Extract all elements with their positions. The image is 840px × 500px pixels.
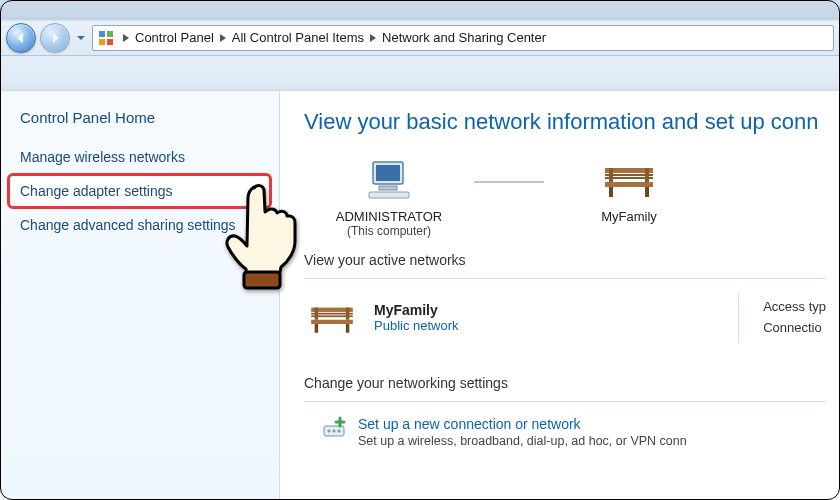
- divider: [304, 401, 826, 402]
- active-network-row: MyFamily Public network Access typ Conne…: [304, 293, 826, 343]
- node-sublabel: (This computer): [304, 224, 474, 238]
- svg-rect-13: [645, 187, 649, 197]
- history-dropdown[interactable]: [74, 23, 88, 53]
- svg-rect-3: [107, 39, 113, 45]
- window-titlebar: [0, 0, 840, 20]
- svg-rect-7: [369, 192, 409, 198]
- active-networks-heading: View your active networks: [304, 252, 826, 268]
- new-connection-icon: [322, 416, 348, 442]
- svg-rect-21: [346, 324, 349, 333]
- chevron-down-icon: [77, 34, 85, 42]
- svg-rect-23: [346, 307, 349, 319]
- breadcrumb-arrow[interactable]: [368, 34, 378, 42]
- bench-icon: [544, 153, 714, 207]
- arrow-left-icon: [14, 31, 28, 45]
- node-label: MyFamily: [544, 209, 714, 224]
- address-bar[interactable]: Control Panel All Control Panel Items Ne…: [92, 25, 834, 51]
- computer-icon: [304, 153, 474, 207]
- active-network-name: MyFamily: [374, 302, 459, 318]
- breadcrumb-arrow[interactable]: [218, 34, 228, 42]
- network-connector-line: [474, 181, 544, 183]
- content-area: Control Panel Home Manage wireless netwo…: [0, 90, 840, 500]
- svg-point-26: [333, 429, 336, 432]
- active-network-details: Access typ Connectio: [738, 293, 826, 343]
- change-settings-heading: Change your networking settings: [304, 375, 826, 391]
- active-network-type-link[interactable]: Public network: [374, 318, 459, 333]
- setup-connection-item[interactable]: Set up a new connection or network Set u…: [304, 416, 826, 448]
- navigation-bar: Control Panel All Control Panel Items Ne…: [0, 20, 840, 56]
- network-map: ADMINISTRATOR (This computer): [304, 153, 826, 238]
- svg-rect-6: [379, 186, 397, 190]
- connections-label: Connectio: [763, 318, 826, 339]
- toolbar: [0, 56, 840, 90]
- this-computer-node[interactable]: ADMINISTRATOR (This computer): [304, 153, 474, 238]
- svg-rect-15: [645, 168, 649, 182]
- svg-rect-19: [311, 320, 353, 324]
- back-button[interactable]: [6, 23, 36, 53]
- arrow-right-icon: [48, 31, 62, 45]
- divider: [304, 278, 826, 279]
- network-node[interactable]: MyFamily: [544, 153, 714, 224]
- sidebar-link-change-adapter[interactable]: Change adapter settings: [7, 173, 272, 209]
- svg-rect-2: [99, 39, 105, 45]
- svg-rect-14: [609, 168, 613, 182]
- sidebar-link-change-advanced[interactable]: Change advanced sharing settings: [20, 216, 259, 234]
- sidebar-link-manage-wireless[interactable]: Manage wireless networks: [20, 148, 259, 166]
- svg-rect-20: [315, 324, 318, 333]
- main-panel: View your basic network information and …: [280, 91, 840, 500]
- svg-rect-12: [609, 187, 613, 197]
- page-title: View your basic network information and …: [304, 109, 826, 135]
- svg-rect-5: [376, 165, 400, 181]
- svg-rect-11: [605, 182, 653, 187]
- breadcrumb-control-panel[interactable]: Control Panel: [133, 30, 216, 45]
- sidebar: Control Panel Home Manage wireless netwo…: [0, 91, 280, 500]
- setup-connection-desc: Set up a wireless, broadband, dial-up, a…: [358, 434, 687, 448]
- access-type-label: Access typ: [763, 297, 826, 318]
- setup-connection-link[interactable]: Set up a new connection or network: [358, 416, 687, 432]
- breadcrumb-network-sharing[interactable]: Network and Sharing Center: [380, 30, 548, 45]
- change-settings-section: Change your networking settings Set up a…: [304, 375, 826, 448]
- svg-rect-1: [107, 31, 113, 37]
- active-network-meta: MyFamily Public network: [374, 302, 459, 333]
- svg-rect-0: [99, 31, 105, 37]
- bench-icon: [304, 298, 360, 338]
- breadcrumb-arrow[interactable]: [121, 34, 131, 42]
- forward-button[interactable]: [40, 23, 70, 53]
- sidebar-home-link[interactable]: Control Panel Home: [20, 109, 259, 126]
- breadcrumb-all-items[interactable]: All Control Panel Items: [230, 30, 366, 45]
- svg-point-27: [338, 429, 341, 432]
- node-label: ADMINISTRATOR: [304, 209, 474, 224]
- control-panel-icon: [97, 29, 115, 47]
- svg-point-25: [328, 429, 331, 432]
- svg-rect-22: [315, 307, 318, 319]
